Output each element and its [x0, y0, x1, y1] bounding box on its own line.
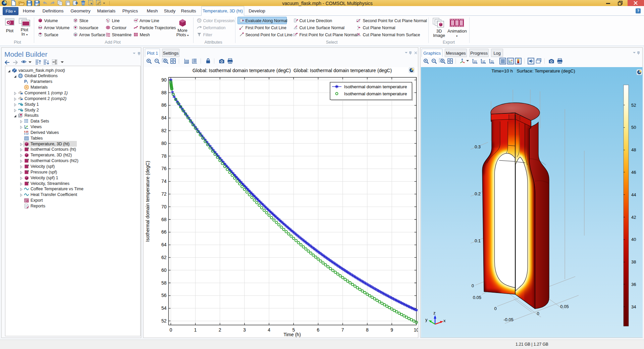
svg-text:50: 50: [631, 125, 636, 130]
svg-text:7: 7: [341, 327, 344, 333]
svg-text:74: 74: [161, 179, 167, 184]
svg-text:46: 46: [631, 170, 636, 175]
svg-text:84: 84: [161, 115, 167, 120]
svg-text:56: 56: [161, 293, 167, 298]
svg-text:Isothermal domain temperature: Isothermal domain temperature: [344, 91, 407, 96]
svg-text:42: 42: [631, 215, 636, 220]
svg-text:Global: Isothermal domain temp: Global: Isothermal domain temperature (d…: [193, 68, 392, 73]
svg-text:xy: xy: [474, 59, 477, 63]
svg-text:2: 2: [219, 327, 221, 333]
svg-text:48: 48: [631, 147, 636, 152]
svg-text:88: 88: [161, 90, 167, 95]
svg-text:Isothermal domain temperature: Isothermal domain temperature: [344, 84, 407, 89]
svg-text:64: 64: [161, 242, 167, 247]
svg-text:0.05: 0.05: [560, 304, 569, 309]
svg-text:78: 78: [161, 153, 167, 159]
svg-text:0: 0: [494, 306, 496, 311]
svg-text:80: 80: [161, 141, 167, 146]
svg-text:zx: zx: [491, 59, 494, 63]
svg-text:i: i: [27, 81, 28, 84]
svg-text:6: 6: [317, 327, 320, 333]
svg-text:86: 86: [161, 102, 167, 108]
svg-text:90: 90: [161, 77, 167, 83]
svg-text:3: 3: [243, 327, 246, 333]
svg-text:40: 40: [631, 237, 636, 242]
svg-text:54: 54: [161, 305, 167, 311]
svg-text:Isothermal domain temperature: Isothermal domain temperature (degC): [145, 161, 150, 242]
svg-text:52: 52: [631, 103, 636, 108]
svg-text:P: P: [24, 79, 27, 84]
svg-text:e-12: e-12: [24, 133, 29, 135]
svg-text:68: 68: [161, 217, 167, 222]
svg-text:0.1: 0.1: [475, 238, 481, 243]
svg-text:82: 82: [161, 128, 167, 133]
svg-text:yz: yz: [482, 59, 485, 63]
svg-text:62: 62: [161, 255, 167, 260]
svg-text:4: 4: [268, 327, 270, 333]
svg-text:10: 10: [414, 327, 418, 333]
svg-text:34: 34: [631, 304, 636, 309]
svg-text:Time (h): Time (h): [283, 332, 301, 337]
svg-text:70: 70: [161, 204, 167, 209]
svg-text:38: 38: [631, 259, 636, 264]
svg-text:0: 0: [169, 327, 172, 333]
svg-text:76: 76: [161, 166, 167, 171]
svg-text:72: 72: [161, 191, 167, 197]
svg-text:0.2: 0.2: [475, 191, 481, 196]
svg-text:z: z: [433, 310, 436, 315]
svg-text:0.3: 0.3: [475, 144, 481, 149]
svg-text:0: 0: [537, 311, 539, 316]
svg-text:60: 60: [161, 267, 167, 273]
svg-text:52: 52: [161, 318, 167, 323]
svg-text:-0.05: -0.05: [503, 317, 514, 322]
svg-text:x: x: [443, 318, 446, 323]
svg-text:9: 9: [390, 327, 393, 333]
svg-text:8: 8: [366, 327, 369, 333]
svg-text:1: 1: [194, 327, 197, 333]
svg-text:Time=10 h Surface: Temperatu: Time=10 h Surface: Temperature (degC): [491, 68, 575, 73]
svg-text:0: 0: [472, 283, 474, 288]
svg-text:58: 58: [161, 280, 167, 286]
svg-text:44: 44: [631, 192, 636, 197]
svg-text:0.05: 0.05: [473, 295, 481, 300]
svg-text:66: 66: [161, 229, 167, 235]
svg-text:36: 36: [631, 282, 636, 287]
svg-text:y: y: [425, 317, 428, 322]
